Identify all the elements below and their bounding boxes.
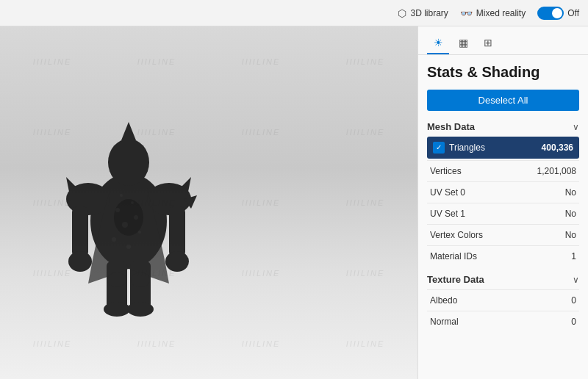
- top-bar: ⬡ 3D library 👓 Mixed reality Off: [0, 0, 588, 26]
- svg-point-23: [138, 231, 141, 234]
- watermark: iiiiline: [209, 167, 313, 238]
- watermark: iiiiline: [313, 238, 417, 308]
- triangles-label: Triangles: [449, 142, 485, 153]
- cube-icon: ⬡: [398, 7, 406, 19]
- svg-point-7: [68, 251, 92, 272]
- main-content: iiiiline iiiiline iiiiline iiiiline iiii…: [0, 26, 588, 379]
- uv-set-0-row: UV Set 0 No: [427, 181, 579, 203]
- triangles-row-left: Triangles: [433, 142, 485, 154]
- material-ids-value: 1: [571, 251, 576, 261]
- material-ids-row: Material IDs 1: [427, 245, 579, 267]
- texture-data-section-header[interactable]: Texture Data ∨: [427, 274, 579, 285]
- watermark: iiiiline: [313, 97, 417, 167]
- uv-set-1-value: No: [565, 209, 576, 219]
- albedo-value: 0: [571, 295, 576, 306]
- 3d-model: [44, 93, 213, 320]
- tab-sun[interactable]: ☀: [427, 32, 449, 54]
- off-label: Off: [567, 8, 579, 18]
- viewport[interactable]: iiiiline iiiiline iiiiline iiiiline iiii…: [0, 26, 417, 379]
- texture-data-title: Texture Data: [427, 274, 484, 285]
- mixed-reality-icon: 👓: [460, 7, 473, 19]
- svg-point-26: [134, 215, 138, 220]
- svg-point-19: [115, 208, 120, 212]
- svg-point-25: [120, 194, 123, 197]
- mixed-reality-label: Mixed reality: [476, 8, 526, 18]
- vertices-row: Vertices 1,201,008: [427, 160, 579, 181]
- svg-point-21: [122, 222, 128, 228]
- watermark: iiiiline: [209, 97, 313, 167]
- watermark: iiiiline: [313, 26, 417, 97]
- uv-set-1-label: UV Set 1: [430, 209, 465, 219]
- svg-point-18: [131, 272, 150, 287]
- uv-set-0-value: No: [565, 187, 576, 198]
- model-svg: [44, 93, 213, 320]
- vertex-colors-value: No: [565, 230, 576, 240]
- mixed-reality-button[interactable]: 👓 Mixed reality: [460, 7, 526, 19]
- watermark: iiiiline: [313, 167, 417, 238]
- svg-point-20: [131, 201, 134, 204]
- triangles-row[interactable]: Triangles 400,336: [427, 137, 579, 159]
- toggle-container[interactable]: Off: [537, 7, 579, 20]
- triangles-value: 400,336: [542, 142, 573, 153]
- watermark: iiiiline: [313, 308, 417, 379]
- tab-grid2[interactable]: ⊞: [477, 32, 499, 54]
- watermark: iiiiline: [209, 238, 313, 308]
- albedo-label: Albedo: [430, 295, 457, 306]
- svg-point-24: [126, 245, 131, 249]
- watermark: iiiiline: [104, 26, 209, 97]
- panel-tabs: ☀ ▦ ⊞: [418, 26, 588, 55]
- svg-point-22: [112, 237, 116, 242]
- uv-set-0-label: UV Set 0: [430, 187, 465, 198]
- svg-point-13: [114, 199, 143, 236]
- svg-rect-5: [72, 206, 88, 258]
- svg-point-8: [165, 251, 189, 272]
- vertex-colors-row: Vertex Colors No: [427, 224, 579, 245]
- svg-point-1: [108, 139, 149, 186]
- tab-grid[interactable]: ▦: [452, 32, 474, 54]
- normal-row: Normal 0: [427, 311, 579, 332]
- texture-data-chevron-icon: ∨: [573, 275, 579, 285]
- panel-content: Stats & Shading Deselect All Mesh Data ∨…: [418, 55, 588, 379]
- vertices-label: Vertices: [430, 166, 462, 176]
- uv-set-1-row: UV Set 1 No: [427, 203, 579, 224]
- svg-point-12: [127, 302, 154, 317]
- svg-rect-6: [169, 206, 185, 258]
- svg-point-17: [107, 272, 126, 287]
- right-panel: ☀ ▦ ⊞ Stats & Shading Deselect All Mesh …: [417, 26, 588, 379]
- mesh-data-chevron-icon: ∨: [573, 122, 579, 132]
- panel-title: Stats & Shading: [427, 64, 579, 81]
- mesh-data-title: Mesh Data: [427, 121, 475, 132]
- vertex-colors-label: Vertex Colors: [430, 230, 483, 240]
- albedo-row: Albedo 0: [427, 289, 579, 311]
- mixed-reality-toggle[interactable]: [537, 7, 564, 20]
- mesh-data-section-header[interactable]: Mesh Data ∨: [427, 121, 579, 132]
- deselect-all-button[interactable]: Deselect All: [427, 90, 579, 111]
- svg-marker-2: [121, 122, 136, 140]
- svg-point-11: [104, 302, 130, 317]
- normal-value: 0: [571, 317, 576, 327]
- watermark: iiiiline: [209, 308, 313, 379]
- 3d-library-label: 3D library: [410, 8, 448, 18]
- 3d-library-button[interactable]: ⬡ 3D library: [398, 7, 448, 19]
- watermark: iiiiline: [209, 26, 313, 97]
- normal-label: Normal: [430, 317, 459, 327]
- watermark: iiiiline: [0, 26, 104, 97]
- material-ids-label: Material IDs: [430, 251, 477, 261]
- vertices-value: 1,201,008: [537, 166, 576, 176]
- triangles-checkbox[interactable]: [433, 142, 445, 154]
